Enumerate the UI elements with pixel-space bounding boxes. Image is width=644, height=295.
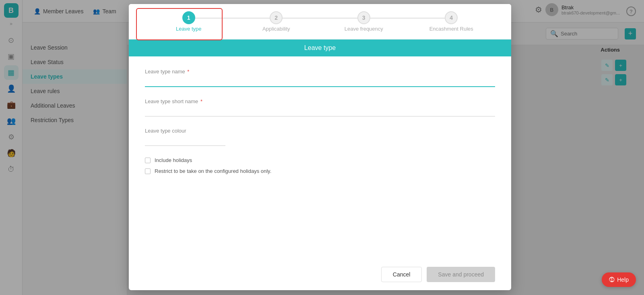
cancel-button[interactable]: Cancel — [381, 267, 422, 282]
leave-type-name-label: Leave type name * — [145, 69, 495, 75]
modal-header-bar: Leave type — [129, 39, 511, 56]
include-holidays-checkbox[interactable] — [145, 158, 151, 163]
step-2[interactable]: 2 Applicability — [233, 11, 320, 32]
restrict-holidays-row: Restrict to be take on the configured ho… — [145, 168, 495, 174]
step-3-circle: 3 — [357, 11, 370, 24]
leave-type-name-field: Leave type name * — [145, 69, 495, 87]
restrict-holidays-checkbox[interactable] — [145, 168, 151, 174]
step-3-line — [364, 18, 452, 19]
leave-type-name-required: * — [187, 69, 189, 75]
include-holidays-label: Include holidays — [155, 157, 192, 163]
include-holidays-row: Include holidays — [145, 157, 495, 163]
leave-type-colour-field: Leave type colour — [145, 128, 495, 146]
help-label: Help — [617, 276, 629, 283]
step-2-line — [276, 18, 364, 19]
leave-type-short-name-field: Leave type short name * — [145, 98, 495, 116]
step-2-label: Applicability — [262, 26, 290, 32]
help-circle-icon: ⓵ — [609, 276, 615, 283]
leave-type-short-name-label: Leave type short name * — [145, 98, 495, 104]
step-4-circle: 4 — [445, 11, 458, 24]
step-4-label: Encashment Rules — [429, 26, 473, 32]
step-2-circle: 2 — [270, 11, 283, 24]
step-3[interactable]: 3 Leave frequency — [320, 11, 408, 32]
leave-type-name-input[interactable] — [145, 76, 495, 87]
leave-type-short-name-input[interactable] — [145, 106, 495, 116]
save-and-proceed-button[interactable]: Save and proceed — [427, 267, 495, 282]
stepper: 1 Leave type 2 Applicability 3 Leave fre… — [129, 4, 511, 39]
step-1[interactable]: 1 Leave type — [145, 11, 233, 32]
step-1-circle: 1 — [182, 11, 195, 24]
modal-body: Leave type name * Leave type short name … — [129, 56, 511, 191]
step-4[interactable]: 4 Encashment Rules — [408, 11, 495, 32]
step-1-line — [189, 18, 277, 19]
leave-type-short-name-required: * — [200, 98, 202, 104]
step-1-label: Leave type — [176, 26, 202, 32]
restrict-holidays-label: Restrict to be take on the configured ho… — [155, 168, 271, 174]
help-button[interactable]: ⓵ Help — [602, 272, 636, 287]
modal-footer: Cancel Save and proceed — [129, 259, 511, 290]
step-3-label: Leave frequency — [345, 26, 383, 32]
leave-type-colour-input[interactable] — [145, 135, 225, 146]
leave-type-colour-label: Leave type colour — [145, 128, 495, 134]
modal-leave-type: 1 Leave type 2 Applicability 3 Leave fre… — [129, 4, 511, 290]
